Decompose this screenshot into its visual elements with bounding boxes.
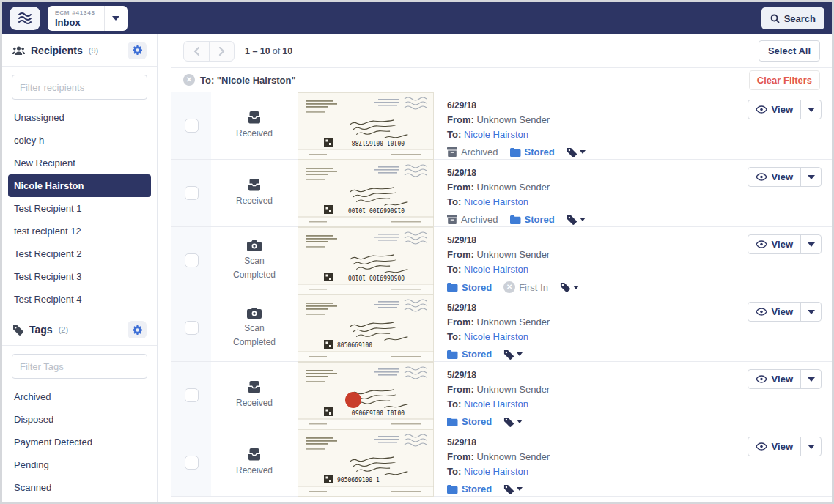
view-dropdown-button[interactable]: [800, 235, 821, 253]
remove-tag-icon[interactable]: ✕: [503, 281, 515, 293]
view-dropdown-button[interactable]: [800, 303, 821, 321]
mail-date: 5/29/18: [447, 437, 741, 448]
mail-to-line: To: Nicole Hairston: [447, 127, 741, 142]
mail-from-line: From: Unknown Sender: [447, 315, 741, 330]
tag-dropdown-button[interactable]: [503, 484, 523, 494]
view-button[interactable]: View: [748, 168, 800, 186]
tag-dropdown-button[interactable]: [567, 147, 586, 158]
chevron-down-icon: [580, 150, 586, 154]
envelope-thumbnail[interactable]: 9050669100 1: [298, 429, 434, 496]
mail-details: 6/29/18 From: Unknown Sender To: Nicole …: [434, 92, 741, 159]
to-label: To:: [447, 196, 461, 207]
tag-dropdown-icon: [503, 417, 514, 427]
eye-icon: [756, 375, 767, 383]
view-button[interactable]: View: [748, 370, 800, 388]
main-panel: 1 – 10of10 Select All ✕ To: "Nicole Hair…: [171, 34, 832, 502]
envelope-thumbnail[interactable]: 0050669100 10100: [298, 227, 434, 294]
view-button[interactable]: View: [748, 303, 800, 321]
prev-page-button[interactable]: [184, 42, 209, 61]
sidebar-item-tag-0[interactable]: Archived: [8, 385, 151, 408]
tags-filter-box: [2, 346, 157, 385]
sidebar-item-recipient-8[interactable]: Test Recipient 4: [8, 288, 151, 311]
sidebar-item-recipient-2[interactable]: New Recipient: [8, 152, 151, 174]
tags-title: Tags: [29, 324, 53, 336]
checkbox-cell: [171, 362, 211, 429]
view-button[interactable]: View: [748, 437, 800, 456]
action-cell: View: [741, 294, 832, 361]
folder-icon: [447, 283, 458, 292]
mail-date: 5/29/18: [447, 235, 741, 245]
row-checkbox[interactable]: [185, 388, 199, 402]
envelope-thumbnail[interactable]: 0150669100 10100: [298, 160, 434, 226]
row-checkbox[interactable]: [185, 321, 199, 335]
clear-filters-button[interactable]: Clear Filters: [749, 70, 820, 90]
row-checkbox[interactable]: [185, 456, 199, 470]
mail-details: 5/29/18 From: Unknown Sender To: Nicole …: [434, 429, 741, 496]
recipients-filter-input[interactable]: [12, 75, 147, 100]
tags-settings-button[interactable]: [128, 321, 147, 338]
barcode-digits: 00101 001639050: [352, 409, 405, 415]
remove-filter-icon[interactable]: ✕: [183, 74, 195, 86]
sidebar-item-tag-4[interactable]: Scanned: [8, 476, 151, 499]
sidebar-item-tag-3[interactable]: Pending: [8, 453, 151, 476]
tags-header: Tags (2): [2, 314, 157, 346]
recipients-filter-box: [2, 67, 157, 106]
logo-button[interactable]: [10, 7, 40, 30]
to-label: To:: [447, 264, 461, 275]
sidebar-item-recipient-0[interactable]: Unassigned: [8, 106, 151, 129]
search-button[interactable]: Search: [761, 7, 824, 29]
sidebar-item-recipient-1[interactable]: coley h: [8, 129, 151, 152]
from-value: Unknown Sender: [476, 114, 550, 125]
row-checkbox[interactable]: [185, 186, 199, 200]
envelope-thumbnail[interactable]: 00101 001651788: [298, 92, 434, 159]
pagination-status: 1 – 10of10: [245, 46, 292, 56]
sidebar-item-tag-1[interactable]: Disposed: [8, 408, 151, 431]
sidebar-item-tag-5[interactable]: Shipped: [8, 499, 151, 502]
eye-icon: [756, 442, 767, 451]
sidebar-item-recipient-5[interactable]: test recipient 12: [8, 220, 151, 242]
view-button[interactable]: View: [748, 100, 800, 119]
tag-dropdown-button[interactable]: [567, 215, 586, 225]
app-window: ECM #41343 Inbox Search: [0, 0, 834, 504]
account-number: ECM #41343: [55, 10, 95, 16]
account-switcher[interactable]: ECM #41343 Inbox: [48, 6, 128, 31]
next-page-button[interactable]: [209, 42, 234, 61]
badge-label: First In: [519, 282, 548, 293]
recipients-settings-button[interactable]: [128, 42, 147, 59]
recipient-label: test recipient 12: [14, 226, 81, 237]
tag-dropdown-button[interactable]: [560, 282, 579, 292]
badge-stored: Stored: [447, 483, 492, 494]
status-cell: Scan Completed: [211, 294, 298, 361]
inbox-icon: [247, 179, 262, 191]
row-checkbox[interactable]: [185, 119, 199, 133]
view-dropdown-button[interactable]: [800, 168, 821, 186]
sidebar-item-recipient-3[interactable]: Nicole Hairston: [8, 174, 151, 197]
select-all-button[interactable]: Select All: [759, 40, 820, 62]
tags-icon: [12, 325, 23, 336]
sidebar-item-recipient-4[interactable]: Test Recipient 1: [8, 197, 151, 220]
status-label: Received: [236, 396, 273, 410]
view-split-button: View: [748, 302, 822, 322]
view-button[interactable]: View: [748, 235, 800, 253]
tag-dropdown-button[interactable]: [503, 417, 523, 427]
view-dropdown-button[interactable]: [800, 437, 821, 456]
sidebar-item-recipient-7[interactable]: Test Recipient 3: [8, 265, 151, 288]
to-value: Nicole Hairston: [464, 196, 528, 207]
from-value: Unknown Sender: [476, 384, 550, 395]
badge-stored: Stored: [447, 349, 492, 360]
row-checkbox[interactable]: [185, 253, 199, 267]
tag-dropdown-button[interactable]: [503, 349, 523, 360]
tags-filter-input[interactable]: [12, 354, 147, 379]
qr-code-mark: [324, 475, 333, 483]
account-dropdown-toggle[interactable]: [104, 6, 128, 31]
envelope-thumbnail[interactable]: 8050669100: [298, 294, 434, 361]
mail-to-line: To: Nicole Hairston: [447, 330, 741, 344]
view-dropdown-button[interactable]: [800, 100, 821, 119]
envelope-thumbnail[interactable]: 00101 001639050: [298, 362, 434, 429]
view-dropdown-button[interactable]: [800, 370, 821, 388]
mail-details: 5/29/18 From: Unknown Sender To: Nicole …: [434, 362, 741, 429]
sidebar-item-recipient-6[interactable]: Test Recipient 2: [8, 242, 151, 265]
sidebar-item-tag-2[interactable]: Payment Detected: [8, 431, 151, 453]
archive-icon: [447, 215, 457, 224]
account-mailbox: Inbox: [55, 17, 95, 28]
